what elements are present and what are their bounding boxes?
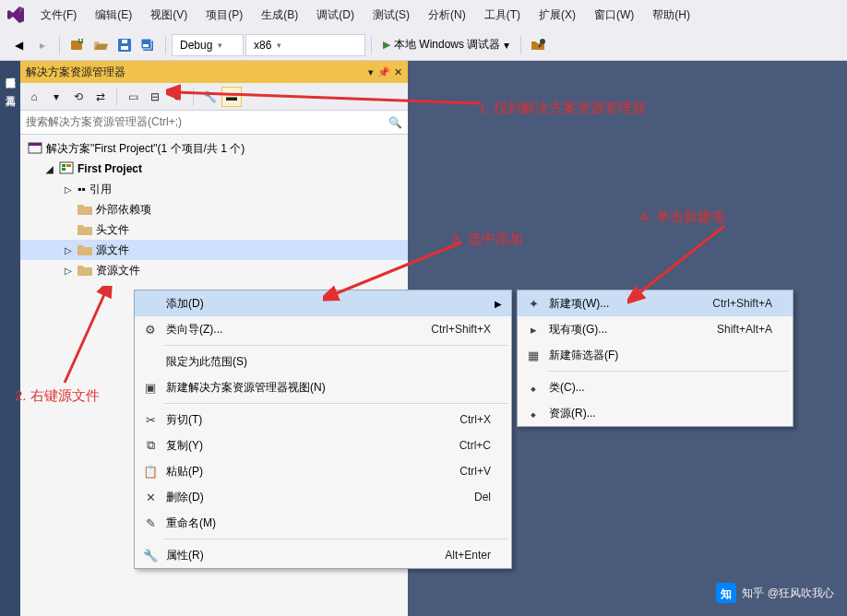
expander-icon[interactable]: ▷ [65,184,74,195]
tree-resource-files[interactable]: ▷ 资源文件 [20,260,408,280]
project-label: First Project [78,162,142,175]
menu-label: 剪切(T) [162,412,459,428]
menu-item[interactable]: ✦新建项(W)...Ctrl+Shift+A [518,290,793,316]
menu-build[interactable]: 生成(B) [252,2,307,29]
search-icon[interactable]: 🔍 [388,116,402,129]
tree-solution[interactable]: 解决方案"First Project"(1 个项目/共 1 个) [20,138,408,159]
toolbar: ◀ ▸ Debug▾ x86▾ ▶本地 Windows 调试器▾ [0,30,847,61]
tree-source-files[interactable]: ▷ 源文件 [20,240,408,260]
menu-label: 属性(R) [162,548,445,563]
menu-window[interactable]: 窗口(W) [585,2,643,29]
svg-point-10 [540,39,545,44]
menu-analyze[interactable]: 分析(N) [419,2,475,29]
menu-shortcut: Shift+Alt+A [717,323,772,336]
new-project-icon[interactable] [66,34,88,56]
side-tab-server-explorer[interactable]: 服务器资源管理器 [0,61,20,79]
context-menu-primary: 添加(D)▶⚙类向导(Z)...Ctrl+Shift+X限定为此范围(S)▣新建… [134,290,512,569]
svg-rect-9 [143,44,149,47]
menu-extensions[interactable]: 扩展(X) [530,2,585,29]
svg-rect-16 [62,168,66,171]
menu-icon: 🔧 [138,549,162,563]
collapse-icon[interactable]: ⊟ [145,87,165,107]
menu-label: 新建解决方案资源管理器视图(N) [162,380,491,396]
wrench-icon[interactable]: 🔧 [199,87,220,107]
menu-file[interactable]: 文件(F) [31,2,86,29]
expander-icon[interactable]: ▷ [65,245,74,255]
search-box[interactable]: 搜索解决方案资源管理器(Ctrl+;) 🔍 [20,111,408,135]
svg-rect-8 [141,39,151,49]
show-all-icon[interactable]: ▭ [123,87,143,107]
solution-label: 解决方案"First Project"(1 个项目/共 1 个) [46,141,245,157]
run-button[interactable]: ▶本地 Windows 调试器▾ [377,34,515,56]
svg-rect-17 [66,164,71,167]
menu-edit[interactable]: 编辑(E) [86,2,141,29]
menu-item[interactable]: ✕删除(D)Del [135,484,511,510]
side-tab-toolbox[interactable]: 工具箱 [0,79,20,98]
menu-label: 复制(Y) [162,438,459,454]
nav-fwd-button[interactable]: ▸ [31,34,54,56]
properties-icon[interactable]: ▬ [221,87,242,107]
menu-test[interactable]: 测试(S) [364,2,419,29]
menu-item[interactable]: ⬥类(C)... [518,374,793,400]
menu-label: 重命名(M) [162,515,491,531]
menu-item[interactable]: 🔧属性(R)Alt+Enter [135,542,511,568]
switch-icon[interactable]: ⇄ [90,87,111,107]
svg-rect-5 [121,46,128,50]
dropdown-icon[interactable]: ▾ [46,87,66,107]
menu-item[interactable]: ▦新建筛选器(F) [518,342,793,368]
menu-icon: ⬥ [521,381,545,395]
menu-tools[interactable]: 工具(T) [475,2,530,29]
menu-item[interactable]: 限定为此范围(S) [135,349,511,374]
menu-item[interactable]: ⧉复制(Y)Ctrl+C [135,432,511,458]
menu-project[interactable]: 项目(P) [197,2,252,29]
menu-label: 限定为此范围(S) [162,354,491,370]
menu-item[interactable]: ✂剪切(T)Ctrl+X [135,407,511,432]
menu-item[interactable]: ⚙类向导(Z)...Ctrl+Shift+X [135,316,511,342]
platform-value: x86 [254,39,271,52]
ref-label: 引用 [89,182,112,197]
expander-icon[interactable]: ◢ [46,164,55,174]
open-icon[interactable] [89,34,112,56]
tree-references[interactable]: ▷ ▪▪ 引用 [20,179,408,199]
side-tab-strip: 服务器资源管理器 工具箱 [0,61,20,616]
svg-rect-15 [62,164,66,167]
menu-item[interactable]: ▸现有项(G)...Shift+Alt+A [518,316,793,342]
menu-view[interactable]: 视图(V) [141,2,197,29]
menu-label: 类(C)... [545,380,772,396]
menu-item[interactable]: 📋粘贴(P)Ctrl+V [135,458,511,484]
svg-text:知: 知 [720,587,732,600]
menu-help[interactable]: 帮助(H) [643,2,699,29]
watermark: 知 知乎 @狂风吹我心 [716,583,834,603]
home-icon[interactable]: ⌂ [24,87,44,107]
pin-icon[interactable]: 📌 [377,66,390,78]
menu-item[interactable]: 添加(D)▶ [135,290,511,316]
menu-debug[interactable]: 调试(D) [307,2,364,29]
watermark-text: 知乎 @狂风吹我心 [742,586,834,601]
settings-icon[interactable] [527,34,549,56]
folder-icon [78,223,92,236]
close-icon[interactable]: ✕ [394,66,402,78]
menu-item[interactable]: ▣新建解决方案资源管理器视图(N) [135,374,511,400]
config-dropdown[interactable]: Debug▾ [172,34,244,56]
expander-icon[interactable]: ▷ [65,266,74,276]
nav-back-button[interactable]: ◀ [7,34,30,56]
panel-title-bar: 解决方案资源管理器 ▾ 📌 ✕ [20,61,408,83]
tree-ext-deps[interactable]: 外部依赖项 [20,199,408,219]
tree-project[interactable]: ◢ First Project [20,159,408,179]
sync-icon[interactable]: ⟲ [68,87,89,107]
config-value: Debug [180,39,212,52]
save-all-icon[interactable] [137,34,160,56]
dropdown-icon[interactable]: ▾ [368,66,374,78]
svg-rect-6 [122,40,127,43]
save-icon[interactable] [113,34,136,56]
svg-rect-13 [29,143,42,146]
menu-item[interactable]: ✎重命名(M) [135,510,511,536]
menu-label: 新建筛选器(F) [545,348,772,363]
refresh-icon[interactable]: ↻ [167,87,187,107]
menu-item[interactable]: ⬥资源(R)... [518,400,793,426]
tree-header-files[interactable]: 头文件 [20,219,408,240]
platform-dropdown[interactable]: x86▾ [245,34,365,56]
menu-label: 新建项(W)... [545,296,712,312]
menu-icon: ▸ [521,323,545,337]
context-menu-add-submenu: ✦新建项(W)...Ctrl+Shift+A▸现有项(G)...Shift+Al… [517,290,793,427]
